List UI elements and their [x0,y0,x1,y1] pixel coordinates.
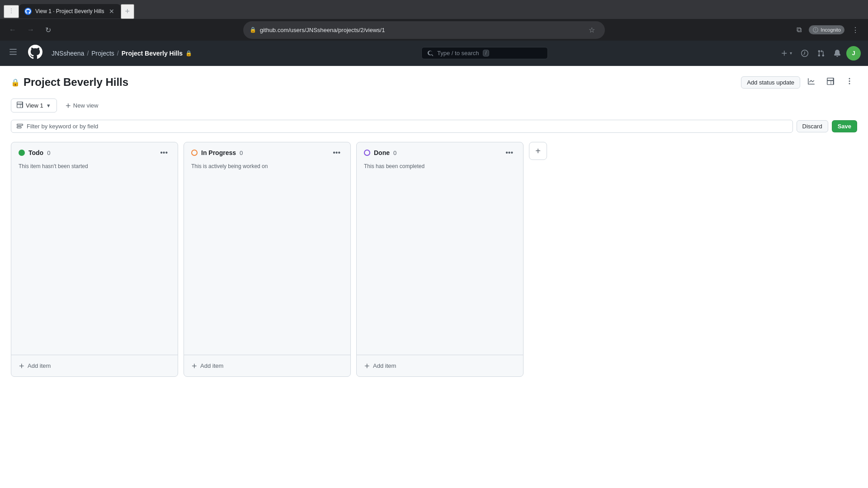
tab-group-button[interactable] [4,5,19,18]
in-progress-column-title: In Progress [201,149,236,156]
column-in-progress-header: In Progress 0 ••• [184,142,350,163]
filter-input-wrap[interactable]: Filter by keyword or by field [11,120,793,133]
in-progress-column-description: This is actively being worked on [184,163,350,175]
tab-close-button[interactable]: ✕ [108,7,115,16]
search-kbd: / [483,50,490,56]
project-lock-icon: 🔒 [11,78,20,87]
extensions-button[interactable]: ⧉ [793,24,805,36]
tab-bar: View 1 · Project Beverly Hills ✕ + [0,0,868,19]
incognito-label: Incognito [821,27,841,33]
in-progress-add-item-label: Add item [200,362,223,369]
search-box[interactable]: Type / to search / [421,47,548,59]
kanban-board: Todo 0 ••• This item hasn't been started… [11,142,857,386]
done-column-description: This has been completed [357,163,523,175]
todo-column-title: Todo [28,149,43,156]
in-progress-column-menu-button[interactable]: ••• [330,148,343,158]
in-progress-column-footer: Add item [184,355,350,376]
layout-button[interactable] [823,75,838,89]
view-tab-icon [17,102,23,109]
bookmark-icon[interactable]: ☆ [585,24,599,36]
breadcrumb-project-name: Project Beverly Hills [122,50,183,57]
more-options-button[interactable] [842,75,857,89]
todo-column-body [11,175,178,355]
views-bar: View 1 ▾ New view [11,99,857,113]
todo-column-menu-button[interactable]: ••• [157,148,170,158]
done-status-dot [364,150,370,156]
project-header: 🔒 Project Beverly Hills Add status updat… [11,75,857,89]
breadcrumb: JNSsheena / Projects / Project Beverly H… [52,50,192,57]
column-in-progress: In Progress 0 ••• This is actively being… [184,142,351,377]
browser-toolbar: ← → ↻ 🔒 github.com/users/JNSsheena/proje… [0,19,868,41]
project-title: Project Beverly Hills [24,76,128,89]
filter-placeholder: Filter by keyword or by field [27,123,98,130]
add-status-update-button[interactable]: Add status update [741,76,800,89]
search-placeholder: Type / to search [437,50,479,56]
view-tab-dropdown-button[interactable]: ▾ [46,102,51,109]
breadcrumb-projects-link[interactable]: Projects [91,50,114,57]
new-view-label: New view [73,102,99,109]
column-done: Done 0 ••• This has been completed Add i… [356,142,524,377]
browser-chrome: View 1 · Project Beverly Hills ✕ + ← → ↻… [0,0,868,41]
breadcrumb-separator-1: / [87,50,89,57]
column-todo-header: Todo 0 ••• [11,142,178,163]
new-tab-button[interactable]: + [121,4,135,19]
breadcrumb-separator-2: / [117,50,119,57]
todo-column-description: This item hasn't been started [11,163,178,175]
project-header-actions: Add status update [741,75,857,89]
in-progress-add-item-button[interactable]: Add item [191,361,343,371]
discard-button[interactable]: Discard [797,120,828,132]
view-tab-label: View 1 [26,102,43,109]
active-tab[interactable]: View 1 · Project Beverly Hills ✕ [19,4,121,19]
tab-favicon [24,8,32,15]
pullrequest-button[interactable] [814,47,828,60]
project-title-row: 🔒 Project Beverly Hills [11,76,128,89]
address-bar[interactable]: 🔒 github.com/users/JNSsheena/projects/2/… [243,21,605,39]
forward-button[interactable]: → [24,24,38,36]
done-column-body [357,175,523,355]
in-progress-status-dot [191,150,198,156]
todo-add-item-label: Add item [28,362,51,369]
todo-column-count: 0 [47,150,50,156]
header-actions: ▾ J [777,46,861,61]
activity-button[interactable] [797,47,812,60]
github-search: Type / to search / [198,47,772,59]
done-column-title: Done [374,149,390,156]
hamburger-button[interactable] [7,46,19,60]
github-app: JNSsheena / Projects / Project Beverly H… [0,41,868,488]
done-column-footer: Add item [357,355,523,376]
todo-status-dot [19,150,25,156]
done-add-item-label: Add item [373,362,396,369]
filter-actions: Discard Save [797,120,857,132]
address-lock-icon: 🔒 [250,27,256,33]
done-column-menu-button[interactable]: ••• [503,148,516,158]
notifications-button[interactable] [830,47,844,60]
done-column-count: 0 [393,150,396,156]
save-button[interactable]: Save [832,120,857,132]
todo-column-footer: Add item [11,355,178,376]
new-view-button[interactable]: New view [61,99,103,112]
refresh-button[interactable]: ↻ [42,24,55,36]
breadcrumb-user-link[interactable]: JNSsheena [52,50,84,57]
chart-view-button[interactable] [804,75,819,89]
browser-menu-button[interactable]: ⋮ [848,24,863,36]
create-dropdown-arrow: ▾ [790,51,792,56]
address-text: github.com/users/JNSsheena/projects/2/vi… [260,27,581,33]
toolbar-actions: ⧉ Incognito ⋮ [793,24,863,36]
github-logo[interactable] [28,45,42,62]
back-button[interactable]: ← [5,24,20,36]
todo-add-item-button[interactable]: Add item [19,361,170,371]
add-column-icon: + [535,146,541,156]
add-column-button[interactable]: + [529,142,547,160]
incognito-badge: Incognito [809,25,844,34]
tab-label: View 1 · Project Beverly Hills [35,8,104,14]
github-header: JNSsheena / Projects / Project Beverly H… [0,41,868,66]
done-add-item-button[interactable]: Add item [364,361,516,371]
create-button[interactable]: ▾ [777,47,796,60]
in-progress-column-count: 0 [240,150,243,156]
column-todo: Todo 0 ••• This item hasn't been started… [11,142,178,377]
in-progress-column-body [184,175,350,355]
page-content: 🔒 Project Beverly Hills Add status updat… [0,66,868,395]
view-tab-1[interactable]: View 1 ▾ [11,99,57,113]
breadcrumb-lock-icon: 🔒 [185,50,192,56]
user-avatar[interactable]: J [846,46,861,61]
